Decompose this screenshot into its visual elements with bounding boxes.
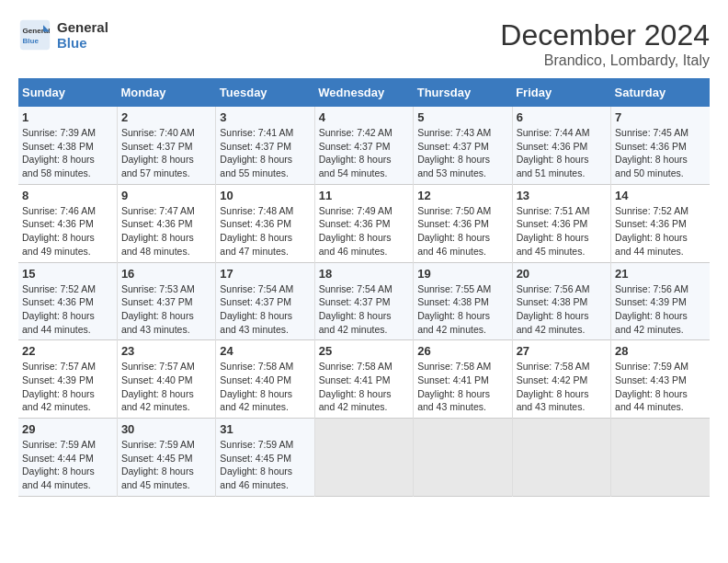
- calendar-cell: 1 Sunrise: 7:39 AM Sunset: 4:38 PM Dayli…: [18, 107, 117, 184]
- day-number: 10: [220, 189, 310, 202]
- day-number: 21: [615, 267, 706, 281]
- calendar-cell: 22 Sunrise: 7:57 AM Sunset: 4:39 PM Dayl…: [18, 340, 117, 419]
- day-number: 31: [220, 422, 310, 436]
- sunrise-text: Sunrise: 7:57 AM: [22, 360, 113, 373]
- sunset-text: Sunset: 4:44 PM: [22, 452, 113, 465]
- calendar-cell: 20 Sunrise: 7:56 AM Sunset: 4:38 PM Dayl…: [512, 262, 610, 340]
- sunrise-text: Sunrise: 7:51 AM: [517, 204, 607, 218]
- calendar-row: 1 Sunrise: 7:39 AM Sunset: 4:38 PM Dayli…: [18, 107, 710, 184]
- day-number: 5: [417, 110, 507, 124]
- calendar-cell: 3 Sunrise: 7:41 AM Sunset: 4:37 PM Dayli…: [216, 107, 314, 184]
- day-info: Sunrise: 7:56 AM Sunset: 4:38 PM Dayligh…: [517, 282, 607, 337]
- header-thursday: Thursday: [414, 78, 512, 107]
- day-number: 12: [417, 189, 507, 202]
- sunset-text: Sunset: 4:40 PM: [220, 373, 310, 387]
- sunrise-text: Sunrise: 7:58 AM: [319, 360, 409, 373]
- daylight-text: Daylight: 8 hours and 55 minutes.: [220, 153, 310, 179]
- daylight-text: Daylight: 8 hours and 42 minutes.: [615, 309, 706, 336]
- daylight-text: Daylight: 8 hours and 42 minutes.: [517, 309, 607, 336]
- day-info: Sunrise: 7:59 AM Sunset: 4:43 PM Dayligh…: [615, 360, 706, 414]
- sunrise-text: Sunrise: 7:54 AM: [220, 282, 310, 296]
- calendar-cell: [611, 419, 710, 497]
- sunset-text: Sunset: 4:36 PM: [319, 217, 409, 231]
- daylight-text: Daylight: 8 hours and 48 minutes.: [121, 231, 211, 258]
- sunrise-text: Sunrise: 7:39 AM: [22, 126, 113, 140]
- daylight-text: Daylight: 8 hours and 43 minutes.: [121, 309, 211, 336]
- daylight-text: Daylight: 8 hours and 47 minutes.: [220, 231, 310, 258]
- day-number: 3: [220, 110, 310, 124]
- calendar-row: 8 Sunrise: 7:46 AM Sunset: 4:36 PM Dayli…: [18, 184, 710, 262]
- daylight-text: Daylight: 8 hours and 42 minutes.: [417, 309, 507, 336]
- sunset-text: Sunset: 4:40 PM: [121, 373, 211, 387]
- calendar-row: 15 Sunrise: 7:52 AM Sunset: 4:36 PM Dayl…: [18, 262, 710, 340]
- day-number: 4: [319, 110, 409, 124]
- sunrise-text: Sunrise: 7:55 AM: [417, 282, 507, 296]
- daylight-text: Daylight: 8 hours and 42 minutes.: [220, 387, 310, 414]
- sunrise-text: Sunrise: 7:53 AM: [121, 282, 211, 296]
- daylight-text: Daylight: 8 hours and 42 minutes.: [121, 387, 211, 414]
- sunset-text: Sunset: 4:36 PM: [417, 217, 507, 231]
- logo: General Blue General Blue: [18, 18, 108, 52]
- calendar-cell: 7 Sunrise: 7:45 AM Sunset: 4:36 PM Dayli…: [611, 107, 710, 184]
- day-info: Sunrise: 7:58 AM Sunset: 4:42 PM Dayligh…: [517, 360, 607, 414]
- day-info: Sunrise: 7:40 AM Sunset: 4:37 PM Dayligh…: [121, 126, 211, 180]
- sunrise-text: Sunrise: 7:43 AM: [417, 126, 507, 140]
- day-info: Sunrise: 7:50 AM Sunset: 4:36 PM Dayligh…: [417, 204, 507, 259]
- calendar-cell: 6 Sunrise: 7:44 AM Sunset: 4:36 PM Dayli…: [512, 107, 610, 184]
- day-info: Sunrise: 7:58 AM Sunset: 4:40 PM Dayligh…: [220, 360, 310, 414]
- daylight-text: Daylight: 8 hours and 44 minutes.: [615, 387, 706, 414]
- page-header: General Blue General Blue December 2024 …: [18, 18, 710, 69]
- sunrise-text: Sunrise: 7:59 AM: [22, 438, 113, 452]
- sunset-text: Sunset: 4:42 PM: [517, 373, 607, 387]
- day-info: Sunrise: 7:42 AM Sunset: 4:37 PM Dayligh…: [319, 126, 409, 180]
- calendar-cell: 29 Sunrise: 7:59 AM Sunset: 4:44 PM Dayl…: [18, 419, 117, 497]
- day-info: Sunrise: 7:41 AM Sunset: 4:37 PM Dayligh…: [220, 126, 310, 180]
- sunset-text: Sunset: 4:36 PM: [22, 295, 113, 309]
- calendar-cell: 9 Sunrise: 7:47 AM Sunset: 4:36 PM Dayli…: [117, 184, 215, 262]
- day-info: Sunrise: 7:54 AM Sunset: 4:37 PM Dayligh…: [319, 282, 409, 337]
- calendar-cell: 15 Sunrise: 7:52 AM Sunset: 4:36 PM Dayl…: [18, 262, 117, 340]
- logo-name-blue: Blue: [57, 35, 108, 51]
- day-number: 26: [417, 344, 507, 358]
- sunrise-text: Sunrise: 7:40 AM: [121, 126, 211, 140]
- daylight-text: Daylight: 8 hours and 45 minutes.: [517, 231, 607, 258]
- sunrise-text: Sunrise: 7:56 AM: [615, 282, 706, 296]
- day-info: Sunrise: 7:47 AM Sunset: 4:36 PM Dayligh…: [121, 204, 211, 259]
- daylight-text: Daylight: 8 hours and 51 minutes.: [517, 153, 607, 179]
- sunrise-text: Sunrise: 7:50 AM: [417, 204, 507, 218]
- day-info: Sunrise: 7:49 AM Sunset: 4:36 PM Dayligh…: [319, 204, 409, 259]
- day-number: 24: [220, 344, 310, 358]
- day-number: 15: [22, 267, 113, 281]
- day-number: 25: [319, 344, 409, 358]
- calendar-cell: [314, 419, 413, 497]
- calendar-cell: 16 Sunrise: 7:53 AM Sunset: 4:37 PM Dayl…: [117, 262, 215, 340]
- sunset-text: Sunset: 4:39 PM: [615, 295, 706, 309]
- calendar-row: 22 Sunrise: 7:57 AM Sunset: 4:39 PM Dayl…: [18, 340, 710, 419]
- day-info: Sunrise: 7:57 AM Sunset: 4:40 PM Dayligh…: [121, 360, 211, 414]
- day-number: 13: [517, 189, 607, 202]
- day-info: Sunrise: 7:43 AM Sunset: 4:37 PM Dayligh…: [417, 126, 507, 180]
- day-info: Sunrise: 7:53 AM Sunset: 4:37 PM Dayligh…: [121, 282, 211, 337]
- sunset-text: Sunset: 4:37 PM: [121, 140, 211, 154]
- sunset-text: Sunset: 4:45 PM: [121, 452, 211, 465]
- daylight-text: Daylight: 8 hours and 54 minutes.: [319, 153, 409, 179]
- header-friday: Friday: [512, 78, 610, 107]
- title-area: December 2024 Brandico, Lombardy, Italy: [500, 18, 710, 69]
- day-number: 11: [319, 189, 409, 202]
- calendar-cell: 13 Sunrise: 7:51 AM Sunset: 4:36 PM Dayl…: [512, 184, 610, 262]
- sunset-text: Sunset: 4:39 PM: [22, 373, 113, 387]
- sunrise-text: Sunrise: 7:47 AM: [121, 204, 211, 218]
- daylight-text: Daylight: 8 hours and 53 minutes.: [417, 153, 507, 179]
- day-info: Sunrise: 7:58 AM Sunset: 4:41 PM Dayligh…: [417, 360, 507, 414]
- calendar-cell: 27 Sunrise: 7:58 AM Sunset: 4:42 PM Dayl…: [512, 340, 610, 419]
- day-number: 2: [121, 110, 211, 124]
- sunrise-text: Sunrise: 7:59 AM: [615, 360, 706, 373]
- sunrise-text: Sunrise: 7:59 AM: [121, 438, 211, 452]
- sunrise-text: Sunrise: 7:57 AM: [121, 360, 211, 373]
- day-number: 18: [319, 267, 409, 281]
- day-number: 27: [517, 344, 607, 358]
- calendar-cell: 24 Sunrise: 7:58 AM Sunset: 4:40 PM Dayl…: [216, 340, 314, 419]
- calendar-cell: 11 Sunrise: 7:49 AM Sunset: 4:36 PM Dayl…: [314, 184, 413, 262]
- day-number: 7: [615, 110, 706, 124]
- daylight-text: Daylight: 8 hours and 46 minutes.: [220, 465, 310, 491]
